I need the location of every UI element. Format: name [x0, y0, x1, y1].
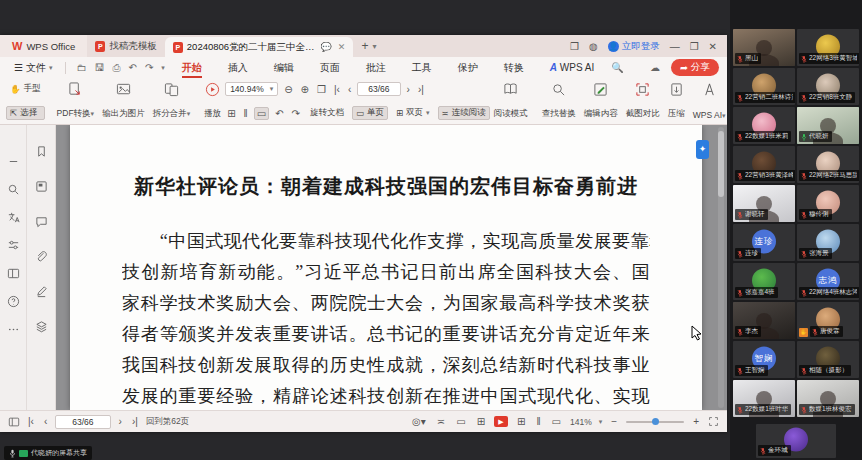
- rotate-left-icon[interactable]: ↶: [273, 108, 285, 119]
- fit-page-icon[interactable]: ⊞: [225, 108, 237, 119]
- pen-icon[interactable]: [35, 285, 48, 298]
- tab-current-document[interactable]: P 20240806党的二十届三中全… 💬 ✕: [165, 37, 354, 57]
- single-page-icon[interactable]: ▭: [454, 416, 467, 427]
- continuous-icon[interactable]: ≍: [435, 416, 447, 427]
- participant-tile[interactable]: 黑山: [733, 29, 795, 66]
- zoom-in-icon[interactable]: +: [691, 416, 701, 427]
- zoom-level[interactable]: 141%: [570, 417, 592, 427]
- scrollbar-thumb[interactable]: [718, 131, 724, 197]
- participant-tile[interactable]: 谢晓轩: [733, 185, 795, 222]
- select-tool-button[interactable]: ⇱选择: [6, 106, 45, 120]
- restore-button[interactable]: ❐: [690, 41, 699, 52]
- play-button[interactable]: 播放: [200, 80, 225, 122]
- participant-tile[interactable]: 22数媒1班米莉: [733, 107, 795, 144]
- fullscreen-icon[interactable]: [708, 416, 719, 427]
- zoom-out-icon[interactable]: −: [609, 416, 619, 427]
- comment-bubble-icon[interactable]: 💬: [321, 42, 332, 52]
- new-tab-button[interactable]: +: [361, 39, 368, 53]
- menu-item-protect[interactable]: 保护: [446, 61, 490, 75]
- zoom-slider-knob[interactable]: [652, 418, 659, 425]
- zoom-select[interactable]: 140.94%▾: [225, 82, 278, 96]
- participant-tile[interactable]: 李杰: [733, 302, 795, 339]
- thumbnail-icon[interactable]: [35, 180, 48, 193]
- split-merge-button[interactable]: 拆分合并▾: [149, 80, 195, 122]
- menu-item-tools[interactable]: 工具: [400, 61, 444, 75]
- read-mode-button[interactable]: 阅读模式: [490, 80, 532, 122]
- sidebar-toggle-icon[interactable]: [8, 416, 20, 428]
- page-indicator[interactable]: 63/66: [357, 82, 400, 96]
- menu-item-insert[interactable]: 插入: [216, 61, 260, 75]
- tab-template[interactable]: P 找稿壳模板: [87, 35, 165, 57]
- participant-tile[interactable]: 连珍连珍: [733, 224, 795, 261]
- assistant-badge-icon[interactable]: ✦: [696, 140, 709, 159]
- save-icon[interactable]: 🖫: [91, 62, 107, 73]
- minimize-button[interactable]: —: [670, 41, 680, 52]
- last-page-icon[interactable]: ›|: [130, 416, 140, 427]
- reading-layout-icon[interactable]: [7, 267, 20, 280]
- help-icon[interactable]: [7, 295, 20, 308]
- participant-tile[interactable]: 金环城: [756, 424, 836, 458]
- continuous-read-button[interactable]: ≍连续阅读: [438, 106, 490, 120]
- share-button[interactable]: ➦ 分享: [671, 59, 719, 76]
- close-window-button[interactable]: ✕: [709, 41, 717, 52]
- page-indicator[interactable]: 63/66: [55, 415, 110, 429]
- more-icon[interactable]: [7, 323, 20, 336]
- workspace-icon[interactable]: ❐: [570, 41, 579, 52]
- participant-tile[interactable]: ✋唐俊霖: [797, 302, 859, 339]
- participant-tile[interactable]: 22网络3班黄智城: [797, 29, 859, 66]
- participant-tile[interactable]: 智娴王智娴: [733, 341, 795, 378]
- compress-button[interactable]: 压缩: [664, 80, 689, 122]
- edit-content-button[interactable]: 编辑内容: [580, 80, 622, 122]
- redo-icon[interactable]: ↷: [142, 62, 156, 73]
- undo-icon[interactable]: ↶: [125, 62, 139, 73]
- layers-icon[interactable]: [35, 320, 48, 333]
- fit-page-icon[interactable]: ⊞: [515, 416, 527, 427]
- double-page-button[interactable]: ⊞双页▾: [392, 106, 434, 120]
- menu-item-home[interactable]: 开始: [170, 61, 214, 75]
- participant-tile[interactable]: 22营销二班林诗涵: [733, 68, 795, 105]
- vertical-scrollbar[interactable]: [718, 127, 724, 408]
- actual-size-icon[interactable]: ▭: [550, 416, 563, 427]
- participant-tile[interactable]: 张海景: [797, 224, 859, 261]
- screen-share-badge[interactable]: 代晓妍的屏幕共享: [4, 446, 92, 460]
- search-icon[interactable]: [7, 183, 20, 196]
- last-page-icon[interactable]: ›|: [416, 84, 426, 95]
- cloud-icon[interactable]: ☁: [647, 62, 663, 73]
- menu-item-convert[interactable]: 转换: [492, 61, 536, 75]
- tab-list-chevron-icon[interactable]: ▾: [372, 42, 376, 51]
- login-button[interactable]: 👤 立即登录: [608, 40, 660, 53]
- participant-tile[interactable]: 代晓妍: [797, 107, 859, 144]
- zoom-out-icon[interactable]: ⊖: [282, 84, 294, 95]
- screenshot-compare-button[interactable]: 截图对比: [622, 80, 664, 122]
- participant-tile[interactable]: 穆伶俐: [797, 185, 859, 222]
- file-menu[interactable]: ☰ 文件 ▾: [8, 61, 58, 75]
- pan-pages-icon[interactable]: ❐: [315, 84, 328, 95]
- view-options-icon[interactable]: ◎▾: [410, 416, 428, 427]
- participant-tile[interactable]: 志鸿22网络4班林志鸿: [797, 263, 859, 300]
- more-chevron-icon[interactable]: ▾: [158, 64, 168, 72]
- rotate-right-icon[interactable]: ↷: [290, 108, 302, 119]
- double-page-icon[interactable]: ⊞: [475, 416, 487, 427]
- single-page-button[interactable]: ▭单页: [352, 106, 388, 120]
- open-folder-icon[interactable]: 🗀: [73, 62, 89, 73]
- wps-ai-ribbon-button[interactable]: WPS AI▾: [689, 80, 730, 122]
- search-icon[interactable]: 🔍: [608, 62, 626, 73]
- fit-width-icon[interactable]: ‖: [534, 416, 542, 427]
- next-page-icon[interactable]: ›: [405, 84, 412, 95]
- collapse-icon[interactable]: [7, 155, 20, 168]
- menu-item-annotate[interactable]: 批注: [354, 61, 398, 75]
- attachment-icon[interactable]: [35, 250, 48, 263]
- prev-page-icon[interactable]: ‹: [42, 416, 49, 427]
- close-tab-icon[interactable]: ✕: [338, 42, 346, 52]
- participant-tile[interactable]: 张嘉嘉4班: [733, 263, 795, 300]
- bookmark-icon[interactable]: [35, 145, 48, 158]
- back-to-page-link[interactable]: 回到第62页: [146, 416, 189, 428]
- zoom-slider[interactable]: [626, 421, 684, 423]
- settings-sliders-icon[interactable]: [7, 239, 20, 252]
- participant-tile[interactable]: 相随（摄影）: [797, 341, 859, 378]
- rotate-doc-button[interactable]: 旋转文档: [306, 106, 348, 120]
- participant-tile[interactable]: 22网络2班马思甜: [797, 146, 859, 183]
- participant-tile[interactable]: 22营销3班黄泽峰: [733, 146, 795, 183]
- menu-item-edit[interactable]: 编辑: [262, 61, 306, 75]
- export-image-button[interactable]: 输出为图片: [98, 80, 149, 122]
